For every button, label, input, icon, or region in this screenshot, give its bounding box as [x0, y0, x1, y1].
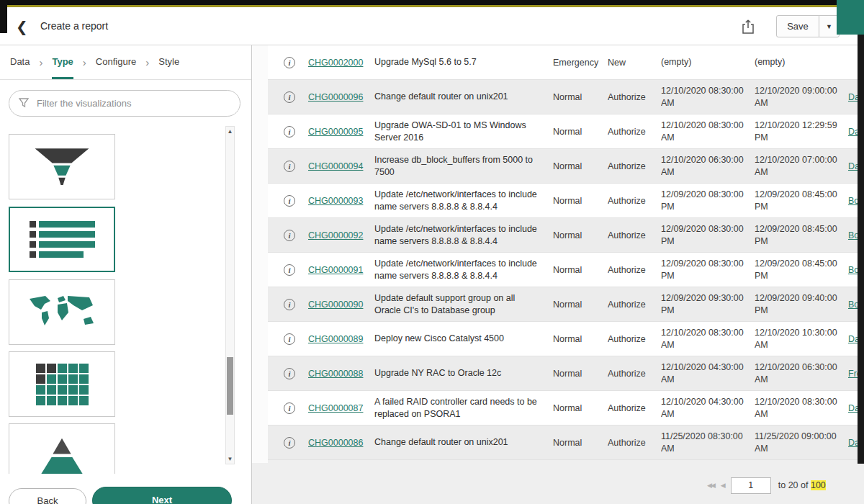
assigned-to-link[interactable]: Da [848, 438, 858, 448]
pagination-range-text: to 20 of [778, 480, 809, 490]
change-number-link[interactable]: CHG0000092 [308, 230, 363, 240]
step-style[interactable]: Style [158, 45, 179, 79]
change-number-link[interactable]: CHG0000096 [308, 92, 363, 102]
priority: Emergency [553, 58, 608, 68]
info-icon[interactable]: i [284, 299, 295, 310]
end-date: 12/09/2020 09:40:00 PM [755, 292, 848, 317]
table-row[interactable]: i CHG0000088 Upgrade NY RAC to Oracle 12… [268, 356, 858, 391]
assigned-to-link[interactable]: Dav [848, 92, 858, 102]
info-icon[interactable]: i [284, 264, 295, 276]
page-number-input[interactable] [731, 477, 771, 494]
wizard-footer: Back Next [0, 474, 251, 504]
info-icon[interactable]: i [284, 57, 295, 68]
change-number-link[interactable]: CHG0002000 [308, 58, 363, 68]
table-row[interactable]: i CHG0000090 Update default support grou… [268, 287, 858, 322]
prev-page-icon[interactable]: ◀ [721, 482, 726, 489]
visualization-filter [9, 90, 240, 117]
bar-list-icon [30, 221, 95, 258]
short-description: Deploy new Cisco Catalyst 4500 [374, 333, 553, 344]
viz-pyramid-chart[interactable] [9, 423, 115, 476]
info-icon[interactable]: i [284, 91, 295, 103]
step-type[interactable]: Type [52, 45, 73, 79]
info-icon[interactable]: i [284, 368, 295, 379]
info-icon[interactable]: i [284, 402, 295, 414]
visualization-scrollbar[interactable]: ▲ ▼ [225, 126, 235, 464]
step-configure[interactable]: Configure [96, 45, 136, 79]
table-row[interactable]: i CHG0000091 Update /etc/network/interfa… [268, 253, 858, 287]
change-number-link[interactable]: CHG0000086 [308, 438, 363, 448]
end-date: (empty) [755, 56, 848, 68]
funnel-chart-icon [34, 146, 90, 188]
assigned-to-link[interactable]: Bow [848, 300, 858, 310]
scrollbar-thumb[interactable] [227, 357, 233, 415]
info-icon[interactable]: i [284, 161, 295, 172]
scroll-up-icon[interactable]: ▲ [226, 127, 234, 136]
step-data[interactable]: Data [10, 45, 30, 79]
viz-bar-list[interactable] [9, 207, 115, 272]
table-row[interactable]: i CHG0000094 Increase db_block_buffers f… [268, 149, 858, 184]
table-row[interactable]: i CHG0000095 Upgrade OWA-SD-01 to MS Win… [268, 114, 858, 149]
change-number-link[interactable]: CHG0000087 [308, 403, 363, 413]
change-number-link[interactable]: CHG0000094 [308, 161, 363, 171]
priority: Normal [553, 127, 608, 137]
table-row[interactable]: i CHG0002000 Upgrade MySql 5.6 to 5.7 Em… [268, 45, 858, 80]
viz-world-map[interactable] [9, 279, 115, 345]
assigned-to-link[interactable]: Da [848, 334, 858, 344]
viz-pivot-table[interactable] [9, 351, 115, 417]
app-header: ❮ Create a report Save ▼ [0, 7, 864, 45]
info-icon[interactable]: i [284, 195, 295, 207]
table-row[interactable]: i CHG0000087 A failed RAID controller ca… [268, 391, 858, 426]
first-page-icon[interactable]: ◀◀ [707, 482, 716, 489]
short-description: A failed RAID controller card needs to b… [374, 396, 553, 420]
start-date: 11/25/2020 08:30:00 AM [661, 431, 755, 455]
visualization-filter-input[interactable] [9, 90, 240, 117]
share-button[interactable] [739, 17, 757, 37]
end-date: 11/25/2020 09:00:00 AM [755, 431, 848, 455]
table-row[interactable]: i CHG0000092 Update /etc/network/interfa… [268, 218, 858, 253]
info-icon[interactable]: i [284, 437, 295, 449]
start-date: 12/09/2020 08:30:00 PM [661, 189, 755, 213]
table-row[interactable]: i CHG0000089 Deploy new Cisco Catalyst 4… [268, 322, 858, 356]
info-icon[interactable]: i [284, 333, 295, 345]
change-number-link[interactable]: CHG0000088 [308, 369, 363, 379]
change-number-link[interactable]: CHG0000095 [308, 127, 363, 137]
save-button[interactable]: Save [776, 15, 819, 37]
short-description: Change default router on unix201 [374, 91, 553, 102]
table-row[interactable]: i CHG0000086 Change default router on un… [268, 426, 858, 460]
assigned-to-link[interactable]: Dav [848, 127, 858, 137]
assigned-to-link[interactable]: Bow [848, 265, 858, 275]
priority: Normal [553, 230, 608, 240]
back-chevron-icon[interactable]: ❮ [16, 19, 29, 35]
start-date: 12/10/2020 06:30:00 AM [661, 154, 755, 179]
change-number-link[interactable]: CHG0000089 [308, 334, 363, 344]
change-number-link[interactable]: CHG0000093 [308, 196, 363, 206]
pagination: ◀◀ ◀ to 20 of 100 [707, 476, 826, 495]
table-row[interactable]: i CHG0000093 Update /etc/network/interfa… [268, 184, 858, 218]
info-icon[interactable]: i [284, 126, 295, 138]
state: Authorize [608, 438, 661, 448]
assigned-to-link[interactable]: Bow [848, 196, 858, 206]
wizard-steps: Data › Type › Configure › Style [0, 45, 251, 80]
short-description: Update /etc/network/interfaces to includ… [374, 223, 553, 247]
short-description: Update /etc/network/interfaces to includ… [374, 258, 553, 282]
assigned-to-link[interactable]: Da [848, 403, 858, 413]
assigned-to-link[interactable]: Bow [848, 230, 858, 240]
change-number-link[interactable]: CHG0000090 [308, 300, 363, 310]
next-button[interactable]: Next [92, 487, 232, 504]
back-button[interactable]: Back [9, 488, 86, 504]
priority: Normal [553, 403, 608, 413]
window-olive-strip [0, 5, 864, 7]
visualization-list [0, 126, 222, 476]
assigned-to-link[interactable]: Dav [848, 161, 858, 171]
priority: Normal [553, 334, 608, 344]
table-row[interactable]: i CHG0000096 Change default router on un… [268, 80, 858, 114]
teal-corner-block [837, 0, 864, 35]
filter-funnel-icon [18, 97, 30, 112]
assigned-to-link[interactable]: Fre [848, 369, 858, 379]
viz-funnel-chart[interactable] [9, 134, 115, 199]
info-icon[interactable]: i [284, 230, 295, 241]
scroll-down-icon[interactable]: ▼ [226, 454, 234, 464]
change-number-link[interactable]: CHG0000091 [308, 265, 363, 275]
priority: Normal [553, 369, 608, 379]
short-description: Upgrade NY RAC to Oracle 12c [374, 367, 553, 379]
